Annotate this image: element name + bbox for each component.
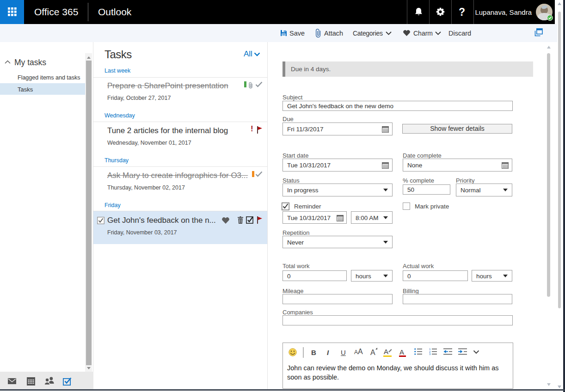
svg-text:3: 3 xyxy=(429,353,431,355)
